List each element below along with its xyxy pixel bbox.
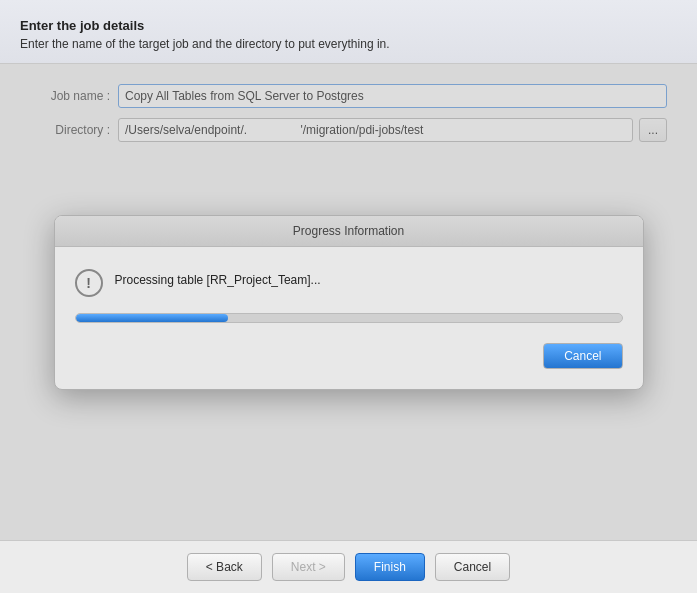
header-title: Enter the job details (20, 18, 677, 33)
progress-message-row: ! Processing table [RR_Project_Team]... (75, 267, 623, 297)
progress-overlay: Progress Information ! Processing table … (0, 64, 697, 540)
header-section: Enter the job details Enter the name of … (0, 0, 697, 64)
progress-body: ! Processing table [RR_Project_Team]... … (55, 247, 643, 389)
progress-bar-container (75, 313, 623, 323)
progress-message: Processing table [RR_Project_Team]... (115, 267, 321, 287)
main-window: Enter the job details Enter the name of … (0, 0, 697, 593)
cancel-button[interactable]: Cancel (435, 553, 510, 581)
back-button[interactable]: < Back (187, 553, 262, 581)
footer-section: < Back Next > Finish Cancel (0, 540, 697, 593)
progress-dialog: Progress Information ! Processing table … (54, 215, 644, 390)
progress-cancel-button[interactable]: Cancel (543, 343, 622, 369)
relative-wrapper: Job name : Directory : ... Progress Info… (0, 64, 697, 540)
progress-title: Progress Information (55, 216, 643, 247)
progress-cancel-row: Cancel (75, 343, 623, 369)
header-subtitle: Enter the name of the target job and the… (20, 37, 677, 51)
progress-bar-fill (76, 314, 229, 322)
next-button[interactable]: Next > (272, 553, 345, 581)
finish-button[interactable]: Finish (355, 553, 425, 581)
info-icon: ! (75, 269, 103, 297)
